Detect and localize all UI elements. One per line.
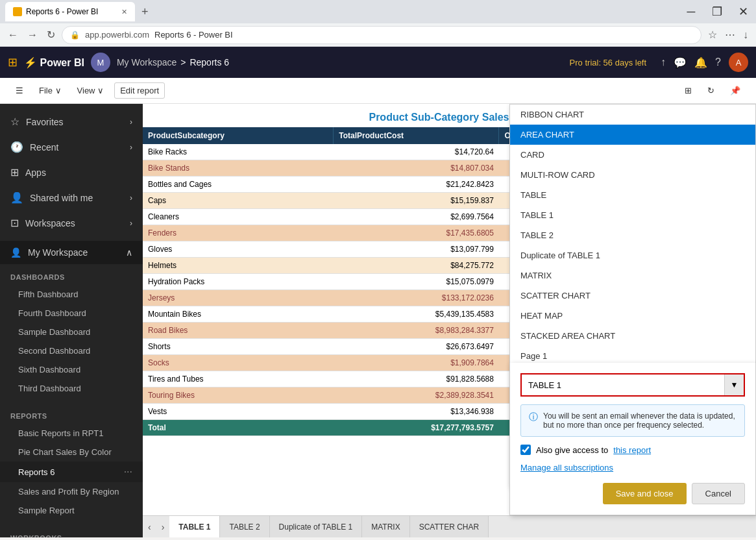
restore-button[interactable]: ❐	[704, 0, 730, 23]
dropdown-item-table1[interactable]: TABLE 1	[510, 205, 755, 225]
tab-scatter[interactable]: SCATTER CHAR	[410, 516, 489, 538]
workspace-link[interactable]: My Workspace	[117, 57, 177, 68]
dropdown-item-table2[interactable]: TABLE 2	[510, 225, 755, 245]
sidebar-item-favorites[interactable]: ☆ Favorites ›	[0, 109, 143, 134]
dashboard-sixth[interactable]: Sixth Dashboard	[0, 360, 143, 379]
select-input[interactable]	[522, 376, 724, 394]
cell-cost: $5,439,135.4583	[334, 306, 499, 323]
hamburger-btn[interactable]: ☰	[10, 83, 29, 98]
recent-chevron: ›	[130, 143, 132, 152]
minimize-button[interactable]: ─	[678, 0, 704, 23]
info-icon: ⓘ	[529, 411, 538, 423]
report-reports6[interactable]: Reports 6 ···	[0, 461, 143, 482]
pin-btn[interactable]: 📌	[725, 83, 746, 98]
dropdown-item-matrix[interactable]: MATRIX	[510, 265, 755, 286]
dashboard-sample[interactable]: Sample Dashboard	[0, 323, 143, 341]
reports-section: REPORTS Basic Reports in RPT1 Pie Chart …	[0, 403, 143, 525]
report-basic[interactable]: Basic Reports in RPT1	[0, 424, 143, 443]
back-button[interactable]: ←	[5, 27, 21, 43]
tab-next-btn[interactable]: ›	[156, 516, 170, 538]
tab-close-btn[interactable]: ✕	[121, 8, 127, 16]
workbooks-section: WORKBOOKS	[0, 525, 143, 537]
user-profile-icon[interactable]: A	[729, 53, 748, 72]
file-menu-btn[interactable]: File ∨	[34, 83, 67, 98]
dropdown-item-multi-row-card[interactable]: MULTI-ROW CARD	[510, 165, 755, 185]
share-icon[interactable]: ↑	[661, 56, 666, 68]
browser-tab[interactable]: Reports 6 - Power BI ✕	[5, 2, 135, 21]
browser-controls: ← → ↻ 🔒 app.powerbi.com Reports 6 - Powe…	[0, 23, 756, 47]
recent-icon: 🕐	[10, 141, 23, 153]
manage-subscriptions-link[interactable]: Manage all subscriptions	[520, 463, 745, 472]
select-arrow-btn[interactable]: ▼	[724, 374, 744, 395]
apps-icon: ⊞	[10, 166, 19, 178]
sidebar-item-shared[interactable]: 👤 Shared with me ›	[0, 185, 143, 210]
browser-top-row: Reports 6 - Power BI ✕ + ─ ❐ ✕	[0, 0, 756, 23]
user-avatar[interactable]: M	[91, 53, 110, 72]
dropdown-item-dup-table1[interactable]: Duplicate of TABLE 1	[510, 245, 755, 265]
tab-table1[interactable]: TABLE 1	[169, 516, 220, 538]
tab-dup-table1[interactable]: Duplicate of TABLE 1	[270, 516, 363, 538]
dropdown-item-table[interactable]: TABLE	[510, 185, 755, 205]
dashboard-fourth[interactable]: Fourth Dashboard	[0, 304, 143, 323]
dashboard-fifth[interactable]: Fifth Dashboard	[0, 285, 143, 304]
subscribe-info-text: You will be sent an email whenever the d…	[543, 411, 737, 430]
sidebar-item-workspaces[interactable]: ⊡ Workspaces ›	[0, 210, 143, 236]
report-options-icon[interactable]: ···	[124, 466, 132, 478]
cell-product: Gloves	[143, 241, 334, 258]
refresh-button[interactable]: ↻	[44, 26, 58, 43]
download-btn[interactable]: ↓	[740, 27, 751, 43]
col-header-product: ProductSubcategory	[143, 127, 334, 144]
report-pie[interactable]: Pie Chart Sales By Color	[0, 443, 143, 461]
view-menu-btn[interactable]: View ∨	[72, 83, 110, 98]
refresh-visual-btn[interactable]: ↻	[702, 83, 720, 98]
edit-report-btn[interactable]: Edit report	[114, 82, 165, 99]
subscribe-icon[interactable]: 🔔	[694, 56, 707, 69]
comments-icon[interactable]: 💬	[674, 56, 687, 69]
breadcrumb: My Workspace > Reports 6	[117, 57, 229, 68]
report-sales[interactable]: Sales and Profit By Region	[0, 482, 143, 501]
cell-cost: $17,277,793.5757	[334, 420, 499, 436]
tab-bar: ‹ › TABLE 1 TABLE 2 Duplicate of TABLE 1…	[143, 515, 756, 537]
sidebar-item-apps[interactable]: ⊞ Apps	[0, 160, 143, 185]
cell-cost: $91,828.5688	[334, 371, 499, 387]
cell-product: Shorts	[143, 339, 334, 355]
subscribe-checkbox-row: Also give access to this report	[520, 445, 745, 455]
dashboard-second[interactable]: Second Dashboard	[0, 341, 143, 360]
reports-header: REPORTS	[0, 408, 143, 424]
bookmark-btn[interactable]: ☆	[705, 26, 720, 43]
close-button[interactable]: ✕	[730, 0, 756, 23]
my-workspace-icon: 👤	[10, 247, 21, 258]
settings-btn[interactable]: ⋯	[722, 26, 738, 43]
cell-product: Vests	[143, 404, 334, 420]
tab-table2[interactable]: TABLE 2	[220, 516, 269, 538]
workspaces-chevron: ›	[130, 219, 132, 228]
apps-grid-icon[interactable]: ⊞	[8, 55, 18, 69]
report-sample[interactable]: Sample Report	[0, 501, 143, 520]
sidebar-item-recent[interactable]: 🕐 Recent ›	[0, 134, 143, 160]
select-row: ▼	[520, 373, 745, 397]
dropdown-item-stacked-area[interactable]: STACKED AREA CHART	[510, 326, 755, 346]
help-icon[interactable]: ?	[715, 56, 721, 68]
cell-cost: $15,159.837	[334, 193, 499, 209]
breadcrumb-separator: >	[180, 57, 186, 68]
dropdown-item-area-chart[interactable]: AREA CHART	[510, 125, 755, 145]
dropdown-item-heat-map[interactable]: HEAT MAP	[510, 306, 755, 326]
save-close-btn[interactable]: Save and close	[603, 483, 687, 504]
dropdown-item-scatter-chart[interactable]: SCATTER CHART	[510, 286, 755, 306]
new-tab-button[interactable]: +	[138, 5, 152, 19]
address-bar[interactable]: 🔒 app.powerbi.com Reports 6 - Power BI	[62, 26, 701, 44]
dropdown-item-ribbon-chart[interactable]: RIBBON CHART	[510, 104, 755, 125]
cell-product: Bike Racks	[143, 144, 334, 160]
sidebar-my-workspace[interactable]: 👤 My Workspace ∧	[0, 241, 143, 264]
tab-matrix[interactable]: MATRIX	[362, 516, 409, 538]
cell-product: Bottles and Cages	[143, 177, 334, 193]
forward-button[interactable]: →	[25, 27, 40, 43]
dropdown-item-card[interactable]: CARD	[510, 145, 755, 165]
access-checkbox[interactable]	[520, 445, 531, 455]
cancel-btn[interactable]: Cancel	[692, 483, 745, 504]
tab-prev-btn[interactable]: ‹	[143, 516, 156, 538]
report-link[interactable]: this report	[613, 445, 651, 455]
dashboard-third[interactable]: Third Dashboard	[0, 379, 143, 398]
cell-product: Caps	[143, 193, 334, 209]
visual-type-btn[interactable]: ⊞	[679, 83, 697, 98]
